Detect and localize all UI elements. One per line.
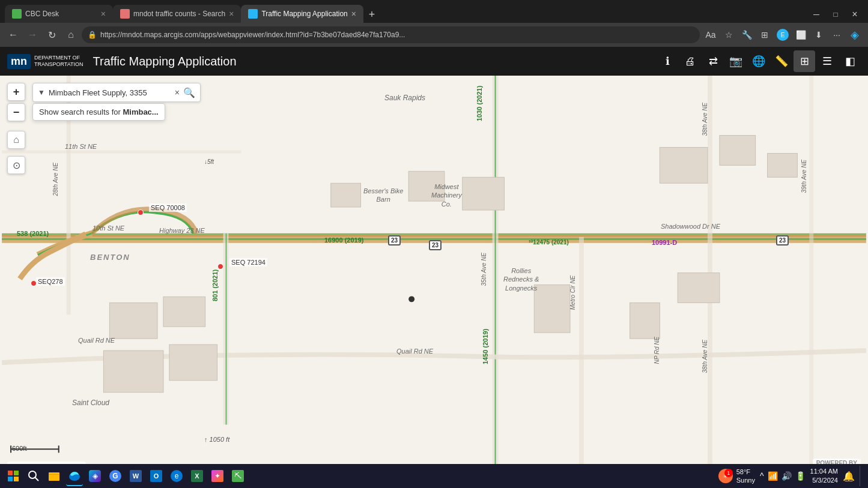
back-button[interactable]: ← bbox=[5, 26, 22, 43]
app-header: mn DEPARTMENT OF TRANSPORTATION Traffic … bbox=[0, 47, 868, 76]
notification-center-button[interactable]: 🔔 bbox=[843, 471, 855, 482]
tab-cbc-desk[interactable]: CBC Desk × bbox=[5, 5, 113, 23]
grid-button[interactable]: ⊞ bbox=[794, 50, 815, 72]
new-tab-button[interactable]: + bbox=[363, 6, 380, 23]
taskbar-edge-button[interactable] bbox=[66, 466, 83, 486]
svg-rect-25 bbox=[103, 351, 163, 393]
battery-icon[interactable]: 🔋 bbox=[795, 471, 806, 481]
info-button[interactable]: ℹ bbox=[657, 50, 678, 72]
tab-mndot-search[interactable]: mndot traffic counts - Search × bbox=[113, 5, 241, 23]
svg-rect-17 bbox=[660, 147, 708, 183]
svg-rect-18 bbox=[720, 136, 756, 166]
map-controls: + − ⌂ ⊙ bbox=[7, 83, 25, 174]
tab-close-icon[interactable]: × bbox=[351, 9, 356, 19]
clock-date: 5/3/2024 bbox=[810, 476, 838, 485]
favorites-button[interactable]: ☆ bbox=[720, 26, 737, 43]
chevron-up-icon[interactable]: ^ bbox=[760, 471, 764, 481]
scale-label: 600ft bbox=[12, 445, 26, 452]
ruler-button[interactable]: 📏 bbox=[771, 50, 792, 72]
svg-rect-21 bbox=[630, 303, 660, 339]
maximize-button[interactable]: □ bbox=[827, 6, 844, 23]
globe-button[interactable]: 🌐 bbox=[748, 50, 769, 72]
svg-rect-6 bbox=[495, 76, 496, 488]
svg-rect-14 bbox=[331, 183, 361, 207]
zoom-out-button[interactable]: − bbox=[7, 103, 25, 121]
taskbar-minecraft-button[interactable]: ⛏ bbox=[229, 466, 246, 486]
home-button[interactable]: ⌂ bbox=[62, 26, 79, 43]
svg-rect-26 bbox=[169, 345, 217, 381]
settings-button[interactable]: ··· bbox=[828, 26, 845, 43]
logo-abbr: mn bbox=[7, 54, 31, 69]
camera-button[interactable]: 📷 bbox=[725, 50, 747, 72]
collections-button[interactable]: ⬜ bbox=[792, 26, 809, 43]
zoom-in-button[interactable]: + bbox=[7, 83, 25, 101]
show-desktop-button[interactable] bbox=[860, 466, 863, 486]
svg-point-27 bbox=[408, 296, 414, 302]
close-window-button[interactable]: × bbox=[846, 6, 863, 23]
list-button[interactable]: ☰ bbox=[816, 50, 838, 72]
clock-time: 11:04 AM bbox=[810, 467, 838, 476]
volume-icon[interactable]: 🔊 bbox=[782, 471, 792, 481]
taskbar-edge2-button[interactable]: e bbox=[168, 466, 185, 486]
download-button[interactable]: ⬇ bbox=[810, 26, 827, 43]
svg-rect-19 bbox=[768, 153, 798, 177]
navigation-bar: ← → ↻ ⌂ 🔒 https://mndot.maps.arcgis.com/… bbox=[0, 23, 868, 47]
forward-button[interactable]: → bbox=[24, 26, 41, 43]
taskbar-excel-button[interactable]: X bbox=[189, 466, 205, 486]
home-extent-button[interactable]: ⌂ bbox=[7, 131, 25, 149]
svg-rect-9 bbox=[809, 76, 813, 488]
svg-rect-34 bbox=[14, 477, 19, 481]
browser-chrome: CBC Desk × mndot traffic counts - Search… bbox=[0, 0, 868, 47]
tab-close-icon[interactable]: × bbox=[229, 9, 234, 19]
map-canvas bbox=[0, 76, 868, 488]
tab-close-icon[interactable]: × bbox=[101, 9, 106, 19]
search-input-wrap[interactable]: ▼ Mimbach Fleet Supply, 3355 × 🔍 bbox=[32, 83, 201, 102]
taskbar-photos-button[interactable]: ✦ bbox=[209, 466, 226, 486]
taskbar-word-button[interactable]: W bbox=[127, 466, 144, 486]
svg-rect-8 bbox=[579, 237, 584, 488]
svg-rect-31 bbox=[8, 471, 13, 475]
svg-rect-20 bbox=[534, 285, 570, 333]
copilot-button[interactable]: ◈ bbox=[846, 26, 863, 43]
start-button[interactable] bbox=[5, 466, 22, 486]
reader-mode-button[interactable]: Aa bbox=[702, 26, 719, 43]
search-submit-button[interactable]: 🔍 bbox=[183, 87, 195, 98]
browser-extension-button[interactable]: 🔧 bbox=[738, 26, 755, 43]
address-bar[interactable]: 🔒 https://mndot.maps.arcgis.com/apps/web… bbox=[82, 26, 700, 43]
taskbar-g-button[interactable]: G bbox=[107, 466, 124, 486]
taskbar-outlook-button[interactable]: O bbox=[148, 466, 165, 486]
map-container[interactable]: + − ⌂ ⊙ ▼ Mimbach Fleet Supply, 3355 × 🔍… bbox=[0, 76, 868, 488]
taskbar-search-button[interactable] bbox=[25, 466, 42, 486]
gps-locate-button[interactable]: ⊙ bbox=[7, 156, 25, 174]
directions-button[interactable]: ⇄ bbox=[702, 50, 724, 72]
search-dropdown-arrow[interactable]: ▼ bbox=[38, 88, 45, 97]
search-suggestion[interactable]: Show search results for Mimbac... bbox=[32, 103, 165, 121]
reload-button[interactable]: ↻ bbox=[43, 26, 60, 43]
layers-button[interactable]: ◧ bbox=[839, 50, 861, 72]
browser-actions: Aa ☆ 🔧 ⊞ E ⬜ ⬇ ··· ◈ bbox=[702, 26, 863, 43]
app-title: Traffic Mapping Application bbox=[93, 55, 237, 68]
tab-favicon bbox=[12, 9, 22, 19]
svg-rect-15 bbox=[408, 171, 445, 201]
split-view-button[interactable]: ⊞ bbox=[756, 26, 773, 43]
svg-rect-2 bbox=[2, 235, 866, 236]
svg-rect-3 bbox=[2, 238, 866, 240]
tab-traffic-mapping[interactable]: Traffic Mapping Application × bbox=[241, 5, 363, 23]
system-clock[interactable]: 11:04 AM 5/3/2024 bbox=[810, 467, 838, 486]
weather-temp: 58°F bbox=[736, 468, 755, 476]
svg-rect-37 bbox=[49, 472, 59, 481]
search-clear-button[interactable]: × bbox=[175, 88, 180, 97]
weather-desc: Sunny bbox=[736, 476, 755, 484]
svg-rect-33 bbox=[8, 477, 13, 481]
profile-button[interactable]: E bbox=[774, 26, 791, 43]
weather-widget[interactable]: ☀ 1 58°F Sunny bbox=[718, 468, 755, 485]
taskbar-files-button[interactable] bbox=[46, 466, 62, 486]
print-button[interactable]: 🖨 bbox=[679, 50, 701, 72]
network-icon[interactable]: 📶 bbox=[768, 471, 778, 481]
tab-favicon bbox=[248, 9, 258, 19]
tab-title: Traffic Mapping Application bbox=[261, 10, 347, 18]
svg-rect-13 bbox=[226, 233, 227, 425]
taskbar-copilot-button[interactable]: ◈ bbox=[86, 466, 103, 486]
minimize-button[interactable]: ─ bbox=[808, 6, 825, 23]
svg-rect-11 bbox=[2, 150, 241, 153]
